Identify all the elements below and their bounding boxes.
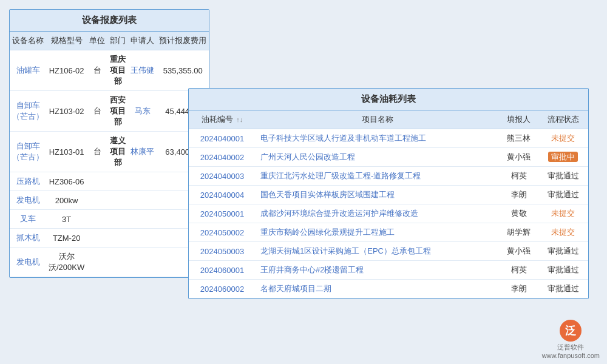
scrap-dept [107, 210, 128, 229]
table-row[interactable]: 油罐车 HZ106-02 台 重庆项目部 王伟健 535,355.00 [10, 50, 209, 91]
fuel-code[interactable]: 2024050001 [189, 204, 256, 223]
fuel-reporter: 黄小强 [499, 242, 538, 261]
fuel-code[interactable]: 2024050002 [189, 223, 256, 242]
fuel-col-reporter: 填报人 [499, 110, 538, 129]
scrap-unit: 台 [87, 132, 107, 172]
scrap-name[interactable]: 自卸车（芒古） [10, 132, 46, 172]
fuel-project[interactable]: 王府井商务中心#2楼遗留工程 [256, 261, 499, 280]
fuel-col-project: 项目名称 [256, 110, 499, 129]
fuel-status: 未提交 [538, 204, 588, 223]
table-row[interactable]: 发电机 200kw [10, 191, 209, 210]
scrap-name[interactable]: 抓木机 [10, 229, 46, 248]
fuel-table: 油耗编号 ↑↓ 项目名称 填报人 流程状态 2024040001 电子科技大学区… [189, 110, 588, 298]
fuel-project[interactable]: 国色天香项目实体样板房区域围建工程 [256, 186, 499, 204]
scrap-name[interactable]: 压路机 [10, 172, 46, 191]
scrap-dept: 遵义项目部 [107, 132, 128, 172]
fuel-status: 审批通过 [538, 261, 588, 280]
scrap-col-cost: 预计报废费用 [157, 32, 209, 50]
scrap-name[interactable]: 发电机 [10, 191, 46, 210]
fuel-project[interactable]: 电子科技大学区域人行道及非机动车道工程施工 [256, 129, 499, 148]
scrap-col-name: 设备名称 [10, 32, 46, 50]
fuel-reporter: 胡学辉 [499, 223, 538, 242]
scrap-unit: 台 [87, 91, 107, 132]
table-row[interactable]: 2024050003 龙湖天街城1区设计采购施工（EPC）总承包工程 黄小强 审… [189, 242, 588, 261]
fuel-code[interactable]: 2024060001 [189, 261, 256, 280]
fuel-code[interactable]: 2024040001 [189, 129, 256, 148]
scrap-unit [87, 229, 107, 248]
table-row[interactable]: 2024060001 王府井商务中心#2楼遗留工程 柯英 审批通过 [189, 261, 588, 280]
scrap-name[interactable]: 自卸车（芒古） [10, 91, 46, 132]
scrap-dept: 重庆项目部 [107, 50, 128, 91]
fuel-col-code: 油耗编号 ↑↓ [189, 110, 256, 129]
fuel-reporter: 李朗 [499, 280, 538, 298]
scrap-col-applicant: 申请人 [128, 32, 157, 50]
table-row[interactable]: 发电机 沃尔沃/200KW [10, 248, 209, 277]
table-row[interactable]: 叉车 3T [10, 210, 209, 229]
scrap-panel-title: 设备报废列表 [10, 10, 209, 32]
fuel-project[interactable]: 重庆江北污水处理厂级改造工程-道路修复工程 [256, 167, 499, 186]
watermark-line1: 泛普软件 [557, 343, 584, 352]
scrap-applicant[interactable]: 林康平 [128, 132, 157, 172]
fuel-project[interactable]: 广州天河人民公园改造工程 [256, 148, 499, 167]
scrap-panel: 设备报废列表 设备名称 规格型号 单位 部门 申请人 预计报废费用 油罐车 HZ… [9, 9, 209, 278]
watermark: 泛 泛普软件 www.fanpusoft.com [542, 320, 600, 359]
table-row[interactable]: 压路机 HZ306-06 [10, 172, 209, 191]
scrap-applicant[interactable]: 马东 [128, 91, 157, 132]
scrap-col-dept: 部门 [107, 32, 128, 50]
scrap-unit [87, 191, 107, 210]
scrap-name[interactable]: 叉车 [10, 210, 46, 229]
scrap-dept [107, 229, 128, 248]
fuel-reporter: 熊三林 [499, 129, 538, 148]
fuel-col-status: 流程状态 [538, 110, 588, 129]
scrap-dept [107, 248, 128, 277]
table-row[interactable]: 2024060002 名都天府城项目二期 李朗 审批通过 [189, 280, 588, 298]
fuel-project[interactable]: 成都沙河环境综合提升改造运河护岸维修改造 [256, 204, 499, 223]
fuel-panel: 设备油耗列表 油耗编号 ↑↓ 项目名称 填报人 流程状态 2024040001 … [188, 88, 589, 299]
scrap-dept [107, 172, 128, 191]
watermark-logo: 泛 [560, 320, 582, 342]
table-row[interactable]: 自卸车（芒古） HZ103-01 台 遵义项目部 林康平 63,400.00 [10, 132, 209, 172]
fuel-code[interactable]: 2024050003 [189, 242, 256, 261]
fuel-reporter: 柯英 [499, 167, 538, 186]
fuel-status: 未提交 [538, 223, 588, 242]
fuel-project[interactable]: 名都天府城项目二期 [256, 280, 499, 298]
table-row[interactable]: 2024040004 国色天香项目实体样板房区域围建工程 李朗 审批通过 [189, 186, 588, 204]
scrap-model: HZ306-06 [46, 172, 87, 191]
scrap-model: 沃尔沃/200KW [46, 248, 87, 277]
table-row[interactable]: 2024050001 成都沙河环境综合提升改造运河护岸维修改造 黄敬 未提交 [189, 204, 588, 223]
fuel-project[interactable]: 龙湖天街城1区设计采购施工（EPC）总承包工程 [256, 242, 499, 261]
table-row[interactable]: 自卸车（芒古） HZ103-02 台 西安项目部 马东 45,444.00 [10, 91, 209, 132]
scrap-dept: 西安项目部 [107, 91, 128, 132]
fuel-project[interactable]: 重庆市鹅岭公园绿化景观提升工程施工 [256, 223, 499, 242]
watermark-line2: www.fanpusoft.com [542, 352, 600, 359]
table-row[interactable]: 抓木机 TZM-20 [10, 229, 209, 248]
fuel-status: 未提交 [538, 129, 588, 148]
table-row[interactable]: 2024040002 广州天河人民公园改造工程 黄小强 审批中 [189, 148, 588, 167]
table-row[interactable]: 2024040001 电子科技大学区域人行道及非机动车道工程施工 熊三林 未提交 [189, 129, 588, 148]
scrap-applicant [128, 210, 157, 229]
table-row[interactable]: 2024040003 重庆江北污水处理厂级改造工程-道路修复工程 柯英 审批通过 [189, 167, 588, 186]
fuel-code[interactable]: 2024040003 [189, 167, 256, 186]
scrap-name[interactable]: 油罐车 [10, 50, 46, 91]
scrap-name[interactable]: 发电机 [10, 248, 46, 277]
scrap-applicant [128, 172, 157, 191]
fuel-code[interactable]: 2024060002 [189, 280, 256, 298]
fuel-code[interactable]: 2024040004 [189, 186, 256, 204]
scrap-applicant[interactable]: 王伟健 [128, 50, 157, 91]
scrap-unit [87, 210, 107, 229]
scrap-applicant [128, 229, 157, 248]
fuel-reporter: 黄小强 [499, 148, 538, 167]
scrap-unit [87, 172, 107, 191]
table-row[interactable]: 2024050002 重庆市鹅岭公园绿化景观提升工程施工 胡学辉 未提交 [189, 223, 588, 242]
fuel-panel-title: 设备油耗列表 [189, 89, 588, 110]
scrap-model: HZ103-01 [46, 132, 87, 172]
scrap-unit [87, 248, 107, 277]
scrap-col-model: 规格型号 [46, 32, 87, 50]
fuel-reporter: 黄敬 [499, 204, 538, 223]
scrap-model: 3T [46, 210, 87, 229]
fuel-reporter: 李朗 [499, 186, 538, 204]
fuel-code[interactable]: 2024040002 [189, 148, 256, 167]
scrap-col-unit: 单位 [87, 32, 107, 50]
scrap-table: 设备名称 规格型号 单位 部门 申请人 预计报废费用 油罐车 HZ106-02 … [10, 32, 209, 277]
scrap-applicant [128, 248, 157, 277]
